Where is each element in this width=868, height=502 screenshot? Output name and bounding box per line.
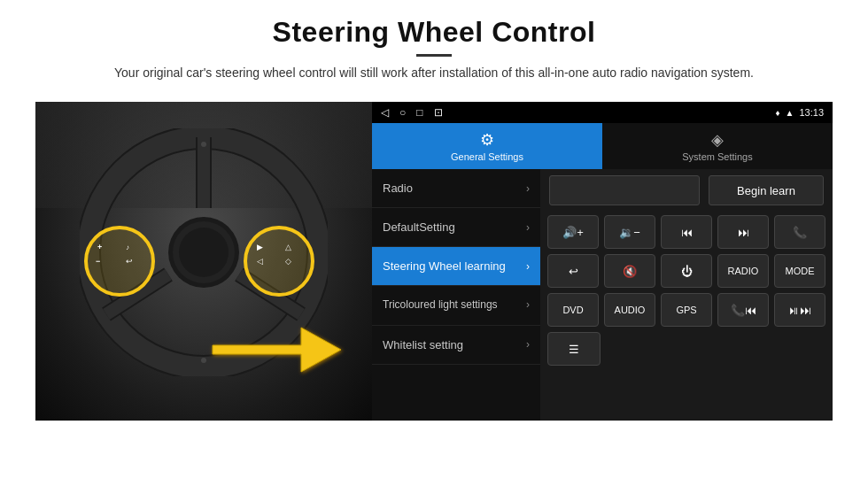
vol-down-button[interactable]: 🔉− bbox=[604, 215, 655, 249]
button-grid: 🔊+ 🔉− ⏮ ⏭ 📞 bbox=[540, 212, 833, 369]
power-button[interactable]: ⏻ bbox=[661, 254, 712, 288]
menu-whitelist-label: Whitelist setting bbox=[383, 338, 463, 351]
tab-system-settings[interactable]: ◈ System Settings bbox=[602, 123, 833, 169]
mute-icon: 🔇 bbox=[623, 265, 637, 278]
chevron-tricoloured-icon: › bbox=[526, 298, 530, 313]
chevron-default-icon: › bbox=[526, 221, 530, 234]
list-icon: ☰ bbox=[569, 343, 579, 356]
recents-icon[interactable]: □ bbox=[416, 106, 422, 119]
chevron-radio-icon: › bbox=[526, 182, 530, 195]
power-icon: ⏻ bbox=[681, 265, 693, 278]
menu-default-label: DefaultSetting bbox=[383, 220, 455, 234]
status-right: ♦ ▲ 13:13 bbox=[775, 107, 824, 118]
mode-button[interactable]: MODE bbox=[774, 254, 825, 288]
svg-text:△: △ bbox=[285, 243, 291, 251]
tab-general-label: General Settings bbox=[451, 151, 523, 162]
svg-text:+: + bbox=[97, 243, 102, 251]
skip-end-icon: ⏯⏭ bbox=[788, 304, 811, 317]
list-button[interactable]: ☰ bbox=[547, 332, 601, 366]
vol-up-button[interactable]: 🔊+ bbox=[547, 215, 599, 249]
menu-item-tricoloured[interactable]: Tricoloured light settings › bbox=[372, 286, 540, 326]
vol-down-icon: 🔉− bbox=[619, 226, 640, 239]
yellow-arrow bbox=[204, 314, 345, 385]
system-settings-icon: ◈ bbox=[711, 130, 724, 150]
key-input-box[interactable] bbox=[549, 175, 700, 205]
btn-row-4: ☰ bbox=[547, 332, 825, 366]
phone-button[interactable]: 📞 bbox=[774, 215, 825, 249]
prev-track-icon: ⏮ bbox=[681, 226, 693, 239]
svg-text:−: − bbox=[96, 257, 100, 266]
main-split: Radio › DefaultSetting › Steering Wheel … bbox=[372, 169, 833, 421]
tab-general-settings[interactable]: ⚙ General Settings bbox=[372, 123, 602, 169]
menu-radio-label: Radio bbox=[383, 181, 413, 195]
content-area: + − ♪ ↩ ▶ ◁ △ ◇ bbox=[35, 102, 833, 421]
answer-button[interactable]: ↩ bbox=[547, 254, 599, 288]
menu-icon[interactable]: ⊡ bbox=[434, 106, 443, 119]
next-track-button[interactable]: ⏭ bbox=[717, 215, 769, 249]
signal-icon: ♦ bbox=[775, 108, 779, 118]
tab-system-label: System Settings bbox=[682, 151, 752, 162]
phone-prev-icon: 📞⏮ bbox=[731, 304, 756, 317]
answer-icon: ↩ bbox=[569, 265, 578, 278]
svg-text:◇: ◇ bbox=[285, 257, 291, 266]
home-icon[interactable]: ○ bbox=[399, 106, 406, 119]
menu-item-steering-wheel[interactable]: Steering Wheel learning › bbox=[372, 247, 540, 286]
begin-learn-row: Begin learn bbox=[540, 169, 833, 212]
skip-end-button[interactable]: ⏯⏭ bbox=[774, 293, 825, 327]
title-divider bbox=[416, 54, 452, 57]
title-section: Steering Wheel Control Your original car… bbox=[114, 16, 754, 82]
audio-button[interactable]: AUDIO bbox=[604, 293, 655, 327]
chevron-whitelist-icon: › bbox=[526, 338, 530, 351]
menu-sidebar: Radio › DefaultSetting › Steering Wheel … bbox=[372, 169, 540, 421]
prev-track-button[interactable]: ⏮ bbox=[661, 215, 712, 249]
svg-text:▶: ▶ bbox=[257, 243, 263, 251]
dvd-button[interactable]: DVD bbox=[547, 293, 599, 327]
mute-button[interactable]: 🔇 bbox=[604, 254, 655, 288]
svg-text:♪: ♪ bbox=[126, 243, 129, 251]
btn-row-3: DVD AUDIO GPS 📞⏮ ⏯⏭ bbox=[547, 293, 825, 327]
svg-point-11 bbox=[201, 142, 206, 147]
highlight-circle-left: + − ♪ ↩ bbox=[84, 226, 155, 297]
clock: 13:13 bbox=[799, 107, 824, 118]
phone-icon: 📞 bbox=[793, 226, 807, 239]
nav-icons: ◁ ○ □ ⊡ bbox=[381, 106, 443, 119]
btn-row-2: ↩ 🔇 ⏻ RADIO MODE bbox=[547, 254, 825, 288]
wifi-icon: ▲ bbox=[786, 108, 794, 118]
status-bar: ◁ ○ □ ⊡ ♦ ▲ 13:13 bbox=[372, 102, 833, 123]
svg-text:↩: ↩ bbox=[126, 257, 133, 266]
radio-button[interactable]: RADIO bbox=[717, 254, 769, 288]
menu-steering-label: Steering Wheel learning bbox=[383, 259, 506, 273]
back-icon[interactable]: ◁ bbox=[381, 106, 389, 119]
vol-up-icon: 🔊+ bbox=[562, 226, 584, 239]
begin-learn-button[interactable]: Begin learn bbox=[709, 175, 824, 205]
page-title: Steering Wheel Control bbox=[114, 16, 754, 49]
next-track-icon: ⏭ bbox=[738, 226, 749, 239]
svg-point-10 bbox=[179, 228, 229, 277]
menu-item-whitelist[interactable]: Whitelist setting › bbox=[372, 326, 540, 365]
gps-button[interactable]: GPS bbox=[661, 293, 712, 327]
menu-item-radio[interactable]: Radio › bbox=[372, 169, 540, 208]
btn-row-1: 🔊+ 🔉− ⏮ ⏭ 📞 bbox=[547, 215, 825, 249]
steering-wheel-image: + − ♪ ↩ ▶ ◁ △ ◇ bbox=[35, 102, 372, 421]
svg-text:◁: ◁ bbox=[257, 257, 263, 266]
highlight-circle-right: ▶ ◁ △ ◇ bbox=[244, 226, 314, 297]
menu-item-default-setting[interactable]: DefaultSetting › bbox=[372, 208, 540, 247]
tab-bar: ⚙ General Settings ◈ System Settings bbox=[372, 123, 833, 169]
subtitle: Your original car's steering wheel contr… bbox=[114, 64, 754, 82]
right-panel: Begin learn 🔊+ 🔉− bbox=[540, 169, 833, 421]
general-settings-icon: ⚙ bbox=[480, 130, 494, 150]
chevron-steering-icon: › bbox=[526, 260, 530, 273]
android-ui: ◁ ○ □ ⊡ ♦ ▲ 13:13 ⚙ General Settings bbox=[372, 102, 833, 421]
phone-prev-button[interactable]: 📞⏮ bbox=[717, 293, 769, 327]
menu-tricoloured-label: Tricoloured light settings bbox=[383, 298, 498, 313]
